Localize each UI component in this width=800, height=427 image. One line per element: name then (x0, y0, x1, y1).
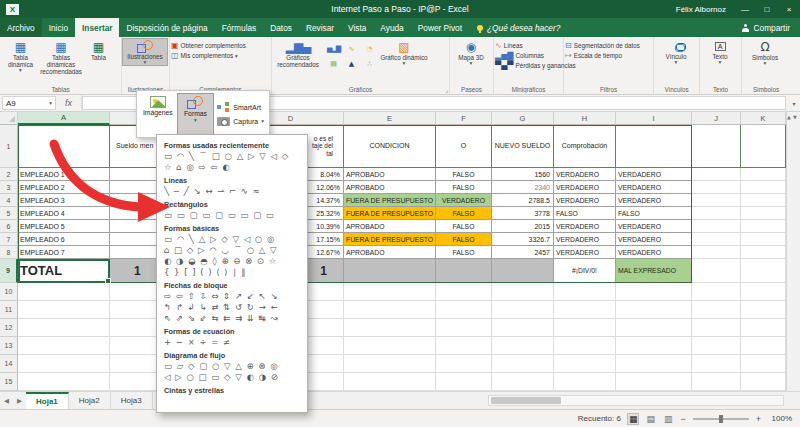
cell-G13[interactable] (492, 337, 554, 355)
cell-J6[interactable] (692, 220, 741, 233)
cell-G4[interactable]: 2788.5 (492, 194, 554, 207)
cell-E2[interactable]: APROBADO (344, 168, 436, 181)
row-header-1[interactable]: 1 (0, 125, 18, 168)
cell-G10[interactable] (492, 283, 554, 301)
cell-A13[interactable] (18, 337, 110, 355)
cell-F13[interactable] (436, 337, 492, 355)
vertical-scrollbar[interactable]: ▲ ▼ (786, 112, 800, 391)
images-menu-item[interactable]: Imágenes (140, 94, 176, 134)
ribbon-tab-datos[interactable]: Datos (263, 18, 299, 37)
cell-F9[interactable] (436, 259, 492, 283)
sheet-tab-hoja3[interactable]: Hoja3 (111, 392, 153, 409)
sheet-nav-left-icon[interactable]: ◀ (0, 397, 13, 405)
row-header-4[interactable]: 4 (0, 194, 18, 207)
cell-A12[interactable] (18, 319, 110, 337)
col-header-K[interactable]: K (741, 112, 786, 125)
ribbon-tab-disposici-n-de-p-gina[interactable]: Disposición de página (119, 18, 214, 37)
chart-scatter-button[interactable]: ∴ (361, 57, 378, 71)
cell-G14[interactable] (492, 355, 554, 373)
name-box[interactable]: A9 ▾ (2, 96, 56, 110)
cell-J13[interactable] (692, 337, 741, 355)
col-header-I[interactable]: I (616, 112, 692, 125)
cell-K10[interactable] (741, 283, 786, 301)
user-name[interactable]: Félix Albornoz (676, 5, 726, 14)
normal-view-button[interactable]: ▦ (628, 414, 639, 424)
cell-I4[interactable]: VERDADERO (616, 194, 692, 207)
cell-I5[interactable]: FALSO (616, 207, 692, 220)
cell-J14[interactable] (692, 355, 741, 373)
cell-I10[interactable] (616, 283, 692, 301)
select-all-corner[interactable] (0, 112, 18, 125)
cell-J2[interactable] (692, 168, 741, 181)
cell-E1[interactable]: CONDICION (344, 125, 436, 168)
sheet-nav-right-icon[interactable]: ▶ (13, 397, 26, 405)
col-header-H[interactable]: H (554, 112, 616, 125)
zoom-level[interactable]: 100% (768, 414, 792, 423)
cell-K4[interactable] (741, 194, 786, 207)
row-header-13[interactable]: 13 (0, 337, 18, 355)
horizontal-scrollbar-thumb[interactable] (491, 397, 561, 404)
cell-A10[interactable] (18, 283, 110, 301)
cell-K14[interactable] (741, 355, 786, 373)
cell-J9[interactable] (692, 259, 741, 283)
cell-I3[interactable]: VERDADERO (616, 181, 692, 194)
shape-icons-row[interactable]: ☆ ⌂ ◎ ⇨ ⇦ ◐ (164, 162, 300, 173)
cell-G15[interactable] (492, 373, 554, 391)
slicer-button[interactable]: ⊟ Segmentación de datos (565, 42, 640, 50)
cell-F7[interactable]: FALSO (436, 233, 492, 246)
my-addins-button[interactable]: ◫ Mis complementos ▾ (171, 52, 246, 60)
row-header-3[interactable]: 3 (0, 181, 18, 194)
cell-H15[interactable] (554, 373, 616, 391)
shape-icons-row[interactable]: + − × ÷ = ≠ (164, 337, 300, 348)
ribbon-tab-archivo[interactable]: Archivo (0, 18, 42, 37)
cell-K7[interactable] (741, 233, 786, 246)
cell-E11[interactable] (344, 301, 436, 319)
symbols-button[interactable]: Ω Símbolos ▾ (743, 39, 787, 66)
chart-line-button[interactable]: ∿ (343, 42, 360, 56)
cell-E8[interactable]: APROBADO (344, 246, 436, 259)
cell-J8[interactable] (692, 246, 741, 259)
cell-H6[interactable]: VERDADERO (554, 220, 616, 233)
cell-A14[interactable] (18, 355, 110, 373)
row-header-2[interactable]: 2 (0, 168, 18, 181)
cell-A9[interactable]: TOTAL (18, 259, 110, 283)
col-header-F[interactable]: F (436, 112, 492, 125)
cell-A8[interactable]: EMPLEADO 7 (18, 246, 110, 259)
shape-icons-row[interactable]: ◁ ▷ ○ □ ▭ ◇ ▽ ◐ ◑ ⊘ (164, 372, 300, 383)
chart-pie-button[interactable]: ◔ (361, 42, 378, 56)
cell-A1[interactable] (18, 125, 110, 168)
cell-F4[interactable]: VERDADERO (436, 194, 492, 207)
zoom-slider[interactable] (693, 418, 749, 420)
cell-G3[interactable]: 2340 (492, 181, 554, 194)
row-header-6[interactable]: 6 (0, 220, 18, 233)
cell-J11[interactable] (692, 301, 741, 319)
col-header-A[interactable]: A (18, 112, 110, 125)
page-layout-view-button[interactable]: ▤ (645, 414, 656, 424)
sheet-tab-hoja2[interactable]: Hoja2 (69, 392, 111, 409)
share-button[interactable]: Compartir (732, 18, 800, 37)
map3d-button[interactable]: ◉ Mapa 3D ▾ (451, 39, 491, 66)
shape-icons-row[interactable]: ▭ ◠ ╲ ⌒ □ ○ △ ▷ ▽ ◁ ◇ (164, 151, 300, 162)
cell-K5[interactable] (741, 207, 786, 220)
cell-H2[interactable]: VERDADERO (554, 168, 616, 181)
cell-F12[interactable] (436, 319, 492, 337)
zoom-in-button[interactable]: + (756, 414, 761, 424)
cell-K9[interactable] (741, 259, 786, 283)
cell-H3[interactable]: VERDADERO (554, 181, 616, 194)
cell-E10[interactable] (344, 283, 436, 301)
shape-icons-row[interactable]: ╲ ─ ╱ ↘ ↔ ⇀ ⌐ ∿ ≈ (164, 186, 300, 197)
shapes-menu-item[interactable]: Formas ▾ (178, 94, 214, 134)
cell-I9[interactable]: MAL EXPRESADO (616, 259, 692, 283)
maximize-button[interactable]: □ (756, 0, 778, 18)
cell-E4[interactable]: FUERA DE PRESUPUESTO (344, 194, 436, 207)
cell-J1[interactable] (692, 125, 741, 168)
cell-F1[interactable]: O (436, 125, 492, 168)
illustrations-button[interactable]: Ilustraciones ▾ (123, 39, 167, 65)
row-header-15[interactable]: 15 (0, 373, 18, 391)
cell-I2[interactable]: VERDADERO (616, 168, 692, 181)
cell-H10[interactable] (554, 283, 616, 301)
col-header-J[interactable]: J (692, 112, 741, 125)
insert-function-button[interactable]: fx (56, 95, 82, 111)
cell-G9[interactable] (492, 259, 554, 283)
col-header-G[interactable]: G (492, 112, 554, 125)
